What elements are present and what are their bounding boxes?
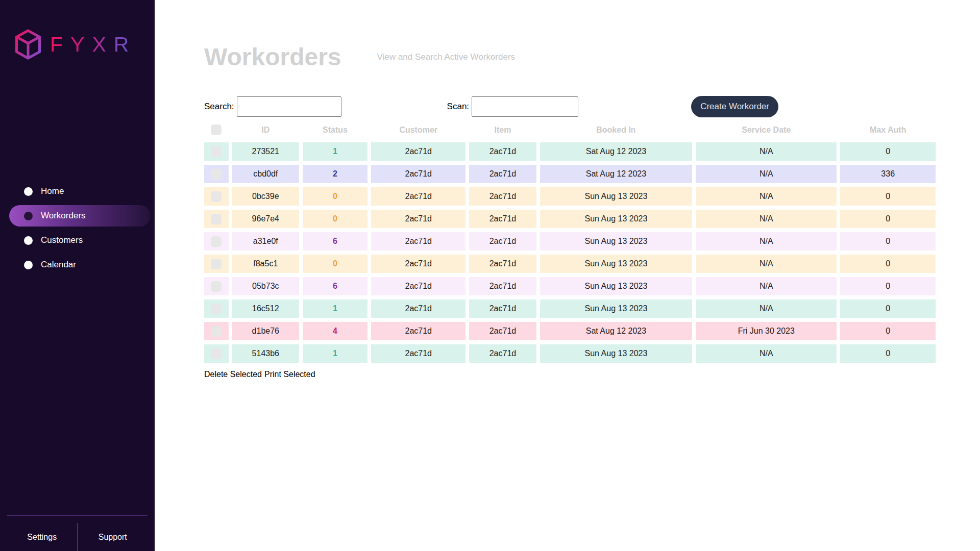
- row-checkbox[interactable]: [211, 304, 222, 314]
- table-row[interactable]: f8a5c1 0 2ac71d 2ac71d Sun Aug 13 2023 N…: [204, 255, 936, 273]
- cell-id: 05b73c: [232, 277, 299, 295]
- cell-service-date: N/A: [696, 210, 837, 228]
- cell-customer: 2ac71d: [371, 232, 465, 251]
- cell-max-auth: 0: [840, 277, 936, 295]
- row-checkbox[interactable]: [211, 326, 222, 337]
- cell-customer: 2ac71d: [371, 210, 465, 228]
- nav-bullet-icon: [24, 187, 33, 196]
- header-checkbox-cell: [204, 121, 229, 138]
- cell-booked-in: Sat Aug 12 2023: [540, 142, 692, 161]
- row-checkbox-cell: [204, 322, 229, 340]
- cell-status: 6: [303, 232, 368, 251]
- sidebar-item-label: Calendar: [41, 260, 76, 270]
- cell-item: 2ac71d: [469, 232, 536, 251]
- cell-service-date: N/A: [696, 232, 837, 251]
- cell-max-auth: 0: [840, 142, 936, 161]
- nav-bullet-icon: [24, 261, 33, 269]
- row-checkbox[interactable]: [211, 348, 222, 359]
- cell-service-date: N/A: [696, 344, 837, 363]
- row-checkbox[interactable]: [211, 236, 222, 247]
- cell-item: 2ac71d: [469, 165, 536, 183]
- cell-id: a31e0f: [232, 232, 299, 251]
- scan-input[interactable]: [472, 96, 578, 117]
- column-header-customer: Customer: [371, 121, 465, 138]
- cell-max-auth: 0: [840, 232, 936, 251]
- settings-button[interactable]: Settings: [7, 533, 77, 542]
- cell-service-date: Fri Jun 30 2023: [696, 322, 837, 340]
- column-header-status: Status: [303, 121, 368, 138]
- cell-id: 273521: [232, 142, 299, 161]
- cell-customer: 2ac71d: [371, 322, 465, 340]
- row-checkbox-cell: [204, 299, 229, 318]
- cell-item: 2ac71d: [469, 344, 536, 363]
- row-checkbox[interactable]: [211, 259, 222, 269]
- sidebar-item-home[interactable]: Home: [0, 179, 155, 204]
- sidebar-footer: Settings Support: [7, 515, 148, 551]
- search-label: Search:: [204, 102, 234, 112]
- table-row[interactable]: 05b73c 6 2ac71d 2ac71d Sun Aug 13 2023 N…: [204, 277, 936, 295]
- cell-max-auth: 0: [840, 255, 936, 273]
- cell-item: 2ac71d: [469, 299, 536, 318]
- page-title: Workorders: [204, 43, 341, 71]
- row-checkbox[interactable]: [211, 146, 222, 157]
- cell-booked-in: Sun Aug 13 2023: [540, 299, 692, 318]
- cell-service-date: N/A: [696, 299, 837, 318]
- search-input[interactable]: [237, 96, 341, 117]
- support-button[interactable]: Support: [78, 533, 148, 542]
- row-checkbox[interactable]: [211, 191, 222, 202]
- column-header-booked-in: Booked In: [540, 121, 692, 138]
- row-checkbox-cell: [204, 255, 229, 273]
- sidebar: FYXR Home Workorders Customers Calendar …: [0, 0, 155, 551]
- row-checkbox[interactable]: [211, 169, 222, 180]
- table-row[interactable]: 273521 1 2ac71d 2ac71d Sat Aug 12 2023 N…: [204, 142, 936, 161]
- cell-service-date: N/A: [696, 255, 837, 273]
- cell-item: 2ac71d: [469, 142, 536, 161]
- row-checkbox-cell: [204, 142, 229, 161]
- cell-max-auth: 0: [840, 187, 936, 206]
- cell-booked-in: Sun Aug 13 2023: [540, 232, 692, 251]
- sidebar-item-customers[interactable]: Customers: [0, 228, 155, 253]
- cell-status: 1: [303, 142, 368, 161]
- cell-booked-in: Sun Aug 13 2023: [540, 277, 692, 295]
- table-row[interactable]: 0bc39e 0 2ac71d 2ac71d Sun Aug 13 2023 N…: [204, 187, 936, 206]
- print-selected-button[interactable]: Print Selected: [264, 370, 315, 379]
- logo-text: FYXR: [50, 33, 136, 57]
- sidebar-item-label: Workorders: [41, 211, 86, 221]
- cell-id: 0bc39e: [232, 187, 299, 206]
- cell-status: 0: [303, 210, 368, 228]
- cell-item: 2ac71d: [469, 322, 536, 340]
- table-row[interactable]: 96e7e4 0 2ac71d 2ac71d Sun Aug 13 2023 N…: [204, 210, 936, 228]
- main-content: Workorders View and Search Active Workor…: [155, 0, 980, 551]
- cell-id: 96e7e4: [232, 210, 299, 228]
- row-checkbox[interactable]: [211, 214, 222, 224]
- cell-customer: 2ac71d: [371, 255, 465, 273]
- sidebar-item-label: Customers: [41, 235, 83, 245]
- cell-id: d1be76: [232, 322, 299, 340]
- cell-item: 2ac71d: [469, 255, 536, 273]
- table-row[interactable]: 16c512 1 2ac71d 2ac71d Sun Aug 13 2023 N…: [204, 299, 936, 318]
- row-checkbox-cell: [204, 277, 229, 295]
- cell-customer: 2ac71d: [371, 344, 465, 363]
- table-row[interactable]: 5143b6 1 2ac71d 2ac71d Sun Aug 13 2023 N…: [204, 344, 936, 363]
- sidebar-item-workorders[interactable]: Workorders: [9, 205, 151, 227]
- delete-selected-button[interactable]: Delete Selected: [204, 370, 262, 379]
- create-workorder-button[interactable]: Create Workorder: [691, 96, 778, 117]
- workorders-table-body: 273521 1 2ac71d 2ac71d Sat Aug 12 2023 N…: [204, 142, 936, 363]
- table-actions: Delete Selected Print Selected: [204, 370, 939, 379]
- select-all-checkbox[interactable]: [211, 124, 222, 135]
- cell-service-date: N/A: [696, 142, 837, 161]
- cell-status: 4: [303, 322, 368, 340]
- cell-status: 1: [303, 299, 368, 318]
- page-subtitle: View and Search Active Workorders: [377, 52, 516, 62]
- cell-customer: 2ac71d: [371, 142, 465, 161]
- sidebar-item-calendar[interactable]: Calendar: [0, 253, 155, 277]
- row-checkbox[interactable]: [211, 281, 222, 292]
- table-row[interactable]: a31e0f 6 2ac71d 2ac71d Sun Aug 13 2023 N…: [204, 232, 936, 251]
- table-row[interactable]: d1be76 4 2ac71d 2ac71d Sat Aug 12 2023 F…: [204, 322, 936, 340]
- table-row[interactable]: cbd0df 2 2ac71d 2ac71d Sat Aug 12 2023 N…: [204, 165, 936, 183]
- cell-item: 2ac71d: [469, 187, 536, 206]
- sidebar-item-label: Home: [41, 186, 64, 196]
- row-checkbox-cell: [204, 344, 229, 363]
- column-header-id: ID: [232, 121, 299, 138]
- cell-customer: 2ac71d: [371, 277, 465, 295]
